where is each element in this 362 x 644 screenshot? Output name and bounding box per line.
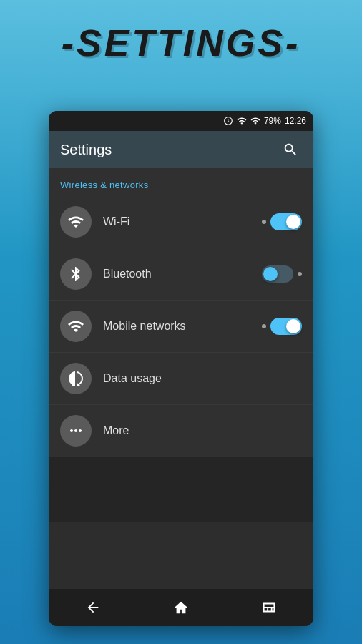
mobile-dot	[262, 324, 266, 328]
phone-frame: 79% 12:26 Settings Wireless & networks W…	[49, 111, 313, 626]
search-icon	[283, 142, 298, 157]
home-icon	[173, 600, 189, 615]
bluetooth-dot	[298, 272, 302, 276]
more-label: More	[103, 424, 302, 437]
bluetooth-toggle[interactable]	[262, 265, 293, 283]
settings-item-data-usage[interactable]: Data usage	[49, 353, 313, 405]
more-dots-icon	[67, 422, 84, 439]
signal-status-icon	[250, 116, 260, 126]
data-usage-icon	[67, 370, 84, 387]
wifi-dot	[262, 220, 266, 224]
settings-item-bluetooth[interactable]: Bluetooth	[49, 248, 313, 301]
settings-item-more[interactable]: More	[49, 405, 313, 457]
back-icon	[85, 600, 101, 615]
wifi-toggle[interactable]	[270, 213, 302, 230]
mobile-networks-label: Mobile networks	[103, 320, 262, 333]
bluetooth-icon-wrap	[60, 258, 92, 290]
data-usage-icon-wrap	[60, 363, 92, 394]
status-icons: 79% 12:26	[223, 116, 306, 126]
wifi-icon	[67, 213, 84, 230]
bluetooth-toggle-thumb	[263, 267, 278, 281]
wifi-toggle-thumb	[286, 215, 300, 229]
more-icon-wrap	[60, 415, 92, 447]
bluetooth-toggle-wrap	[262, 265, 302, 283]
mobile-toggle-thumb	[286, 319, 300, 333]
wifi-toggle-wrap	[262, 213, 302, 230]
wifi-icon-wrap	[60, 206, 92, 238]
bluetooth-icon	[67, 265, 84, 283]
settings-content: Wireless & networks Wi-Fi	[49, 168, 313, 522]
search-button[interactable]	[279, 138, 302, 161]
mobile-networks-icon	[67, 318, 84, 335]
recents-icon	[261, 600, 277, 615]
clock: 12:26	[285, 116, 306, 126]
mobile-networks-icon-wrap	[60, 311, 92, 342]
bluetooth-label: Bluetooth	[103, 268, 262, 280]
wifi-status-icon	[237, 116, 247, 126]
recents-button[interactable]	[247, 592, 291, 623]
settings-item-mobile-networks[interactable]: Mobile networks	[49, 301, 313, 353]
app-bar-title: Settings	[60, 142, 112, 158]
battery-level: 79%	[264, 116, 281, 126]
status-bar: 79% 12:26	[49, 111, 313, 131]
page-title: -SETTINGS-	[0, 21, 362, 64]
settings-item-wifi[interactable]: Wi-Fi	[49, 196, 313, 248]
wifi-label: Wi-Fi	[103, 215, 262, 228]
section-header-wireless: Wireless & networks	[49, 168, 313, 196]
data-usage-label: Data usage	[103, 372, 302, 385]
bottom-section	[49, 457, 313, 522]
mobile-toggle-wrap	[262, 318, 302, 335]
mobile-toggle[interactable]	[270, 318, 302, 335]
app-bar: Settings	[49, 131, 313, 168]
alarm-icon	[223, 116, 233, 126]
nav-bar	[49, 589, 313, 626]
back-button[interactable]	[71, 592, 115, 623]
home-button[interactable]	[159, 592, 203, 623]
